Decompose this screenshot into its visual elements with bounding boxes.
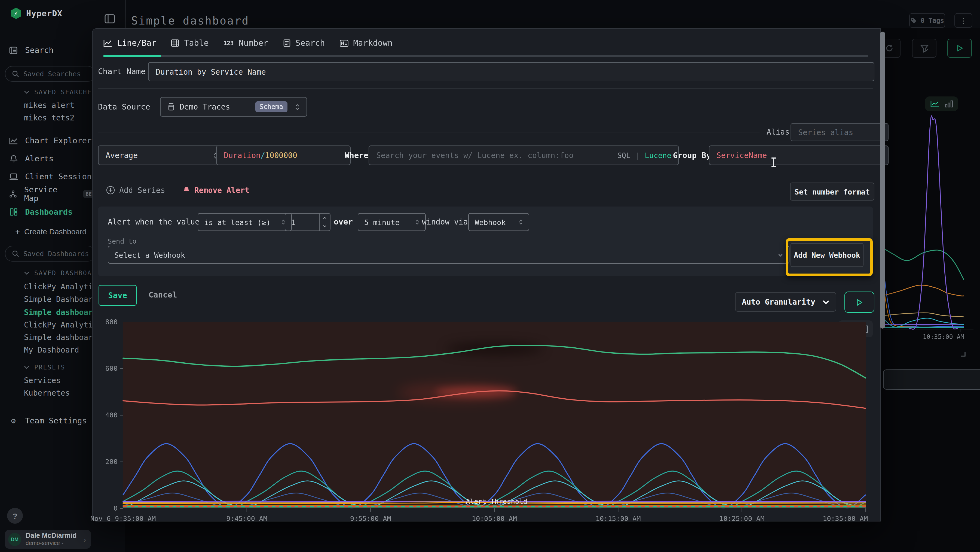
dashboard-item[interactable]: Simple dashboard	[24, 333, 97, 341]
sidebar-item-search[interactable]: Search	[0, 44, 101, 57]
sql-lucene-divider: |	[635, 151, 640, 160]
table-icon	[171, 39, 180, 47]
sidebar-item-team-settings[interactable]: ⚙ Team Settings	[0, 414, 101, 427]
preset-item[interactable]: Kubernetes	[24, 389, 70, 397]
chart-name-input[interactable]: Duration by Service Name	[148, 62, 874, 81]
svg-text:10:05:00 AM: 10:05:00 AM	[472, 515, 517, 523]
tag-icon	[910, 17, 917, 24]
duration-by-service-chart: Alert Threshold0200400600800Nov 6 9:35:0…	[98, 319, 873, 519]
filter-button[interactable]	[912, 39, 937, 58]
database-icon	[168, 103, 175, 111]
dashboard-item[interactable]: ClickPy Analytics	[24, 282, 102, 291]
alert-condition-select[interactable]: is at least (≥)	[197, 213, 292, 231]
svg-text:400: 400	[105, 411, 118, 419]
create-dashboard-button[interactable]: + Create Dashboard	[15, 227, 87, 236]
set-number-format-button[interactable]: Set number format	[790, 183, 874, 201]
svg-text:10:15:00 AM: 10:15:00 AM	[596, 515, 641, 523]
play-icon	[956, 45, 963, 52]
add-series-button[interactable]: Add Series	[106, 186, 165, 195]
search-list-icon	[283, 39, 290, 47]
tab-number[interactable]: 123 Number	[223, 38, 268, 48]
alert-channel-select[interactable]: Webhook	[468, 213, 529, 231]
alert-prefix-label: Alert when the value	[108, 217, 200, 226]
svg-text:0: 0	[113, 504, 118, 512]
kebab-menu-button[interactable]: ⋮	[955, 13, 972, 28]
tags-button[interactable]: 0 Tags	[909, 13, 945, 28]
play-icon	[856, 298, 863, 306]
granularity-select[interactable]: Auto Granularity	[735, 292, 836, 312]
line-chart-icon	[931, 100, 940, 107]
line-chart-icon	[103, 39, 112, 47]
sidebar-item-client-sessions[interactable]: Client Sessions	[0, 170, 101, 183]
dashboard-item[interactable]: Simple Dashboard	[24, 295, 97, 303]
background-chart-type-toggle[interactable]	[925, 96, 958, 111]
background-chart: 10:35:00 AM	[881, 116, 980, 340]
data-source-label: Data Source	[98, 102, 150, 111]
presets-header[interactable]: PRESETS	[24, 364, 65, 371]
dashboard-item[interactable]: My Dashboard	[24, 346, 79, 354]
where-input[interactable]: Search your events w/ Lucene ex. column:…	[369, 145, 679, 165]
saved-search-item[interactable]: mikes tets2	[24, 113, 74, 122]
resize-handle-icon[interactable]	[960, 351, 966, 357]
saved-dashboards-input[interactable]: Saved Dashboards	[5, 246, 95, 262]
alias-divider	[98, 132, 759, 132]
sidebar-item-service-map[interactable]: Service Map BETA	[0, 187, 101, 201]
dashboards-icon	[9, 208, 18, 216]
where-label: Where	[345, 151, 368, 160]
stepper-down-button[interactable]	[320, 222, 330, 230]
over-label: over	[334, 217, 353, 226]
search-icon	[12, 250, 19, 257]
help-button[interactable]: ?	[7, 508, 23, 524]
bell-icon	[183, 186, 190, 194]
stepper-up-button[interactable]	[320, 214, 330, 222]
group-by-input[interactable]: ServiceName	[709, 145, 889, 165]
user-card[interactable]: DM Dale McDiarmid demo-service - ›	[5, 530, 91, 549]
svg-text:Alert Threshold: Alert Threshold	[466, 498, 527, 506]
active-tab-underline	[103, 55, 161, 57]
alias-label: Alias	[767, 128, 789, 136]
save-button[interactable]: Save	[99, 285, 137, 306]
user-subtitle: demo-service -	[25, 539, 77, 546]
run-chart-button[interactable]	[845, 292, 874, 313]
preset-item[interactable]: Services	[24, 376, 61, 385]
svg-text:10:35:00 AM: 10:35:00 AM	[923, 333, 964, 340]
saved-searches-input[interactable]: Saved Searches	[5, 66, 95, 82]
cancel-button[interactable]: Cancel	[140, 285, 185, 305]
webhook-select[interactable]: Select a Webhook	[108, 246, 789, 264]
saved-searches-header[interactable]: SAVED SEARCHES	[24, 88, 96, 96]
chevron-down-icon	[778, 253, 783, 256]
dashboard-item[interactable]: ClickPy Analytics	[24, 321, 102, 329]
alert-window-select[interactable]: 5 minute	[358, 213, 426, 231]
svg-text:800: 800	[105, 318, 118, 326]
number-123-icon: 123	[223, 40, 234, 46]
updown-icon	[295, 104, 299, 110]
sidebar-toggle-icon[interactable]	[105, 14, 115, 24]
sidebar-item-chart-explorer[interactable]: Chart Explorer	[0, 134, 101, 147]
alias-input[interactable]: Series alias	[791, 123, 889, 141]
tab-line-bar[interactable]: Line/Bar	[103, 38, 156, 48]
sql-toggle[interactable]: SQL	[617, 151, 630, 160]
field-expression-input[interactable]: Duration/1000000	[216, 145, 351, 165]
tab-table[interactable]: Table	[171, 38, 209, 48]
chevron-down-icon	[24, 91, 29, 94]
chevron-down-icon	[24, 365, 29, 369]
data-source-select[interactable]: Demo Traces Schema	[160, 97, 307, 116]
saved-search-item[interactable]: mikes alert	[24, 101, 74, 110]
dashboard-item-active[interactable]: Simple dashboard	[24, 308, 97, 317]
alert-threshold-input[interactable]: 1	[285, 213, 331, 231]
refresh-icon	[885, 44, 893, 52]
laptop-icon	[9, 173, 18, 180]
sidebar-item-dashboards[interactable]: Dashboards	[0, 206, 101, 219]
sidebar-item-alerts[interactable]: Alerts	[0, 152, 101, 165]
remove-alert-button[interactable]: Remove Alert	[183, 186, 249, 195]
brand[interactable]: ⚡ HyperDX	[11, 8, 62, 19]
modal-scrollbar[interactable]	[880, 32, 885, 329]
tab-search[interactable]: Search	[283, 38, 325, 48]
text-cursor	[773, 158, 774, 166]
tab-markdown[interactable]: Markdown	[340, 38, 393, 48]
aggregation-select[interactable]: Average	[98, 145, 225, 165]
run-query-button[interactable]	[947, 39, 972, 58]
markdown-icon	[340, 40, 348, 46]
add-new-webhook-button[interactable]: Add New Webhook	[791, 243, 864, 267]
lucene-toggle[interactable]: Lucene	[644, 151, 671, 160]
